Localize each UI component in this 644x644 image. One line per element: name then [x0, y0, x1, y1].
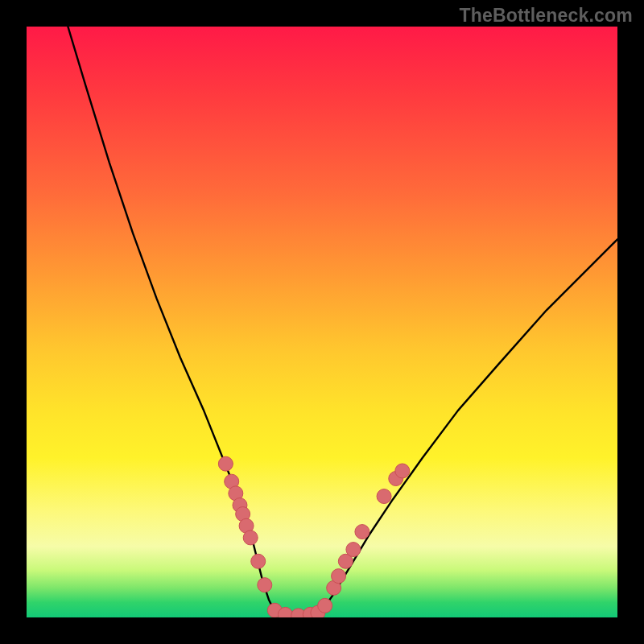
data-marker: [278, 607, 292, 617]
marker-group: [218, 456, 409, 617]
chart-svg: [27, 27, 617, 617]
watermark-text: TheBottleneck.com: [459, 5, 633, 27]
data-marker: [346, 543, 361, 557]
data-marker: [355, 525, 369, 539]
data-marker: [377, 489, 391, 504]
data-marker: [395, 464, 410, 478]
data-marker: [218, 456, 233, 471]
data-marker: [332, 569, 346, 584]
data-marker: [243, 530, 258, 545]
data-marker: [318, 598, 332, 613]
data-marker: [251, 554, 266, 568]
curve-group: [68, 27, 617, 617]
plot-area: [27, 27, 617, 617]
outer-frame: TheBottleneck.com: [0, 0, 644, 644]
data-marker: [258, 578, 272, 592]
bottleneck-curve: [68, 27, 617, 617]
